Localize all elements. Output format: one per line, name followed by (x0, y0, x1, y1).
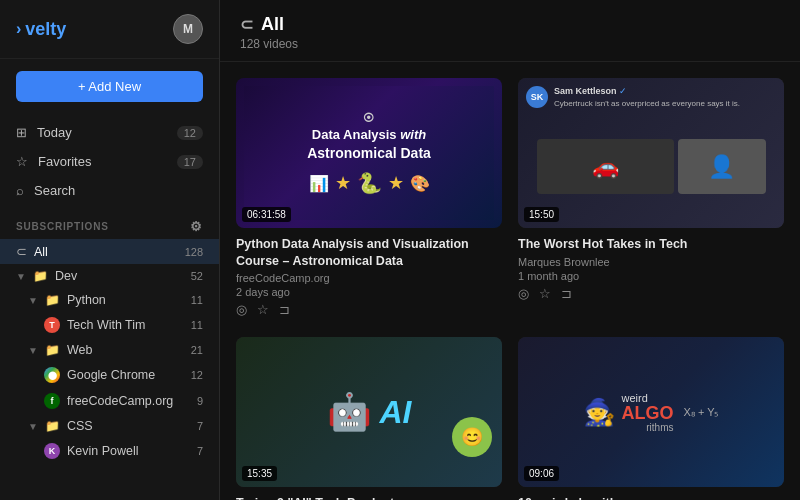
sub-css-label: CSS (67, 419, 93, 433)
video-title-3: Trying 9 "AI" Tech Products (236, 495, 502, 500)
dev-folder-icon: 📁 (33, 269, 48, 283)
main-title: ⊂ All (240, 14, 780, 35)
sub-techwithtime-label: Tech With Tim (67, 318, 146, 332)
video-card-2[interactable]: SK Sam Kettleson ✓ Cybertruck isn't as o… (518, 78, 784, 321)
nav-item-favorites[interactable]: ☆ Favorites 17 (0, 147, 219, 176)
sub-all-count: 128 (185, 246, 203, 258)
web-chevron-icon: ▼ (28, 345, 38, 356)
bookmark-icon-1[interactable]: ⊐ (279, 302, 290, 317)
favorites-icon: ☆ (16, 154, 28, 169)
kevinpowell-icon: K (44, 443, 60, 459)
logo: › velty (16, 19, 66, 40)
nav-item-today[interactable]: ⊞ Today 12 (0, 118, 219, 147)
sidebar: › velty M + Add New ⊞ Today 12 ☆ Favorit… (0, 0, 220, 500)
subscriptions-list: ⊂ All 128 ▼ 📁 Dev 52 ▼ 📁 Python 11 (0, 239, 219, 500)
main-content: ⊂ All 128 videos ⦿ Data Analysis with As… (220, 0, 800, 500)
python-folder-icon: 📁 (45, 293, 60, 307)
video-time-2: 1 month ago (518, 270, 784, 282)
subscriptions-gear-icon[interactable]: ⚙ (190, 219, 203, 234)
search-icon: ⌕ (16, 183, 24, 198)
sub-item-css[interactable]: ▼ 📁 CSS 7 (0, 414, 219, 438)
css-folder-icon: 📁 (45, 419, 60, 433)
video-card-1[interactable]: ⦿ Data Analysis with Astronomical Data 📊… (236, 78, 502, 321)
video-time-1: 2 days ago (236, 286, 502, 298)
sub-item-techwithtime[interactable]: T Tech With Tim 11 (0, 312, 219, 338)
nav-item-search[interactable]: ⌕ Search (0, 176, 219, 205)
sub-item-freecodecamp[interactable]: f freeCodeCamp.org 9 (0, 388, 219, 414)
all-icon: ⊂ (16, 244, 27, 259)
techwithtime-icon: T (44, 317, 60, 333)
sub-item-web[interactable]: ▼ 📁 Web 21 (0, 338, 219, 362)
sub-dev-label: Dev (55, 269, 77, 283)
sub-item-kevinpowell[interactable]: K Kevin Powell 7 (0, 438, 219, 464)
sub-item-python[interactable]: ▼ 📁 Python 11 (0, 288, 219, 312)
sub-item-googlechrome[interactable]: ⬤ Google Chrome 12 (0, 362, 219, 388)
video-card-3[interactable]: 🤖 AI 😊 15:35 Trying 9 "AI" Tech Products… (236, 337, 502, 500)
nav-items: ⊞ Today 12 ☆ Favorites 17 ⌕ Search (0, 114, 219, 209)
nav-favorites-label: Favorites (38, 154, 91, 169)
nav-today-count: 12 (177, 126, 203, 140)
videos-grid: ⦿ Data Analysis with Astronomical Data 📊… (220, 62, 800, 500)
video-info-3: Trying 9 "AI" Tech Products Linus Tech T… (236, 487, 502, 500)
video-duration-3: 15:35 (242, 466, 277, 481)
sub-kevinpowell-label: Kevin Powell (67, 444, 139, 458)
video-info-2: The Worst Hot Takes in Tech Marques Brow… (518, 228, 784, 305)
sub-web-label: Web (67, 343, 92, 357)
add-new-label: + Add New (78, 79, 141, 94)
web-folder-icon: 📁 (45, 343, 60, 357)
sub-css-count: 7 (197, 420, 203, 432)
sub-kevinpowell-count: 7 (197, 445, 203, 457)
video-title-4: 10 weird algorithms (518, 495, 784, 500)
nav-today-label: Today (37, 125, 72, 140)
subscriptions-label: SUBSCRIPTIONS (16, 221, 109, 232)
sub-python-count: 11 (191, 294, 203, 306)
sub-googlechrome-label: Google Chrome (67, 368, 155, 382)
video-duration-1: 06:31:58 (242, 207, 291, 222)
sub-item-dev[interactable]: ▼ 📁 Dev 52 (0, 264, 219, 288)
video-card-4[interactable]: 🧙 weird ALGO rithms X₈ + Y₅ 09:06 10 wei… (518, 337, 784, 500)
bookmark-icon-2[interactable]: ⊐ (561, 286, 572, 301)
sub-googlechrome-count: 12 (191, 369, 203, 381)
today-icon: ⊞ (16, 125, 27, 140)
video-count: 128 videos (240, 37, 780, 51)
star-icon-2[interactable]: ☆ (539, 286, 551, 301)
video-channel-1: freeCodeCamp.org (236, 272, 502, 284)
logo-chevron-icon: › (16, 20, 21, 38)
sub-freecodecamp-count: 9 (197, 395, 203, 407)
video-title-2: The Worst Hot Takes in Tech (518, 236, 784, 253)
video-actions-2: ◎ ☆ ⊐ (518, 286, 784, 301)
freecodecamp-icon: f (44, 393, 60, 409)
video-info-4: 10 weird algorithms Fireship 1 month ago… (518, 487, 784, 500)
video-duration-4: 09:06 (524, 466, 559, 481)
video-info-1: Python Data Analysis and Visualization C… (236, 228, 502, 322)
googlechrome-icon: ⬤ (44, 367, 60, 383)
main-header: ⊂ All 128 videos (220, 0, 800, 62)
eye-icon-1[interactable]: ◎ (236, 302, 247, 317)
video-actions-1: ◎ ☆ ⊐ (236, 302, 502, 317)
sub-techwithtime-count: 11 (191, 319, 203, 331)
add-new-button[interactable]: + Add New (16, 71, 203, 102)
video-channel-2: Marques Brownlee (518, 256, 784, 268)
all-channel-icon: ⊂ (240, 15, 253, 34)
video-thumb-4: 🧙 weird ALGO rithms X₈ + Y₅ 09:06 (518, 337, 784, 487)
nav-search-label: Search (34, 183, 75, 198)
sub-dev-count: 52 (191, 270, 203, 282)
star-icon-1[interactable]: ☆ (257, 302, 269, 317)
sub-python-label: Python (67, 293, 106, 307)
avatar[interactable]: M (173, 14, 203, 44)
sub-all-label: All (34, 245, 48, 259)
sub-item-all[interactable]: ⊂ All 128 (0, 239, 219, 264)
video-duration-2: 15:50 (524, 207, 559, 222)
channel-title: All (261, 14, 284, 35)
eye-icon-2[interactable]: ◎ (518, 286, 529, 301)
video-title-1: Python Data Analysis and Visualization C… (236, 236, 502, 270)
dev-chevron-icon: ▼ (16, 271, 26, 282)
sidebar-header: › velty M (0, 0, 219, 59)
video-thumb-2: SK Sam Kettleson ✓ Cybertruck isn't as o… (518, 78, 784, 228)
logo-text: velty (25, 19, 66, 40)
nav-favorites-count: 17 (177, 155, 203, 169)
subscriptions-header: SUBSCRIPTIONS ⚙ (0, 209, 219, 239)
video-thumb-1: ⦿ Data Analysis with Astronomical Data 📊… (236, 78, 502, 228)
python-chevron-icon: ▼ (28, 295, 38, 306)
sub-freecodecamp-label: freeCodeCamp.org (67, 394, 173, 408)
